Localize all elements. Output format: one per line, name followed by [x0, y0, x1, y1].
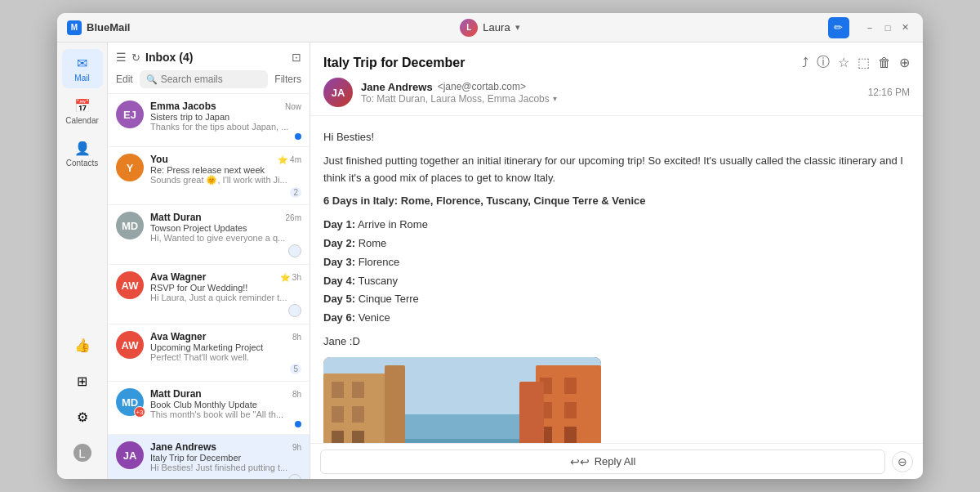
email-sender: You	[150, 154, 168, 165]
sidebar-item-mail[interactable]: ✉ Mail	[62, 49, 103, 88]
sidebar-item-contacts-label: Contacts	[66, 159, 98, 168]
search-icon: 🔍	[146, 74, 158, 85]
email-sender: Matt Duran	[150, 388, 202, 400]
email-image	[323, 357, 601, 443]
email-subject: Re: Press release next week	[150, 165, 301, 175]
email-body: Emma Jacobs Now Sisters trip to Japan Th…	[150, 101, 301, 140]
like-icon: 👍	[74, 338, 91, 353]
day-item: Day 3: Florence	[323, 254, 910, 271]
email-subject: RSVP for Our Wedding!!	[150, 283, 301, 293]
svg-rect-11	[385, 365, 405, 443]
email-time: 9h	[292, 443, 301, 452]
svg-rect-6	[352, 382, 364, 398]
info-icon[interactable]: ⓘ	[817, 54, 830, 71]
day-label: Day 2:	[323, 237, 355, 249]
day-place: Cinque Terre	[359, 293, 419, 305]
svg-rect-8	[352, 406, 364, 423]
avatar: MD	[116, 212, 144, 239]
list-item[interactable]: MD +3 Matt Duran 8h Book Club Monthly Up…	[108, 382, 310, 435]
layout-icon[interactable]: ⊡	[292, 51, 301, 64]
sidebar-item-contacts[interactable]: 👤 Contacts	[62, 134, 103, 173]
email-time: Now	[285, 102, 301, 111]
reply-all-button[interactable]: ↩↩ Reply All	[320, 450, 885, 474]
list-item[interactable]: EJ Emma Jacobs Now Sisters trip to Japan…	[108, 94, 310, 147]
sender-email: <jane@cortab.com>	[438, 81, 526, 92]
itinerary-title: 6 Days in Italy: Rome, Florence, Tuscany…	[323, 193, 910, 210]
count-badge: 5	[290, 364, 301, 374]
email-list-panel: ☰ ↻ Inbox (4) ⊡ Edit 🔍 Filters	[108, 42, 310, 479]
email-time: 8h	[292, 333, 301, 342]
sidebar-item-settings[interactable]: ⚙	[62, 400, 103, 433]
sender-info: Jane Andrews <jane@cortab.com> To: Matt …	[361, 81, 860, 105]
sidebar-item-like[interactable]: 👍	[62, 329, 103, 361]
svg-rect-7	[332, 406, 344, 423]
day-place: Arrive in Rome	[358, 218, 428, 230]
app-logo: M BlueMail	[67, 20, 349, 35]
list-item[interactable]: MD Matt Duran 26m Towson Project Updates…	[108, 205, 310, 265]
email-body: You ⭐ 4m Re: Press release next week Sou…	[150, 154, 301, 198]
email-list-header: ☰ ↻ Inbox (4) ⊡ Edit 🔍 Filters	[108, 42, 310, 94]
app-window: M BlueMail L Laura ▾ ✏ − □ ✕ ✉ Mail 📅	[57, 13, 923, 479]
email-preview: Hi Besties! Just finished putting t...	[150, 463, 301, 472]
main-content: ✉ Mail 📅 Calendar 👤 Contacts 👍 ⊞ ⚙	[57, 42, 923, 479]
reply-all-label: Reply All	[595, 455, 636, 467]
avatar-wrap: MD +3	[116, 388, 144, 416]
list-item[interactable]: JA Jane Andrews 9h Italy Trip for Decemb…	[108, 435, 310, 479]
email-body: Jane Andrews 9h Italy Trip for December …	[150, 441, 301, 479]
app-name: BlueMail	[87, 21, 130, 34]
email-subject: Upcoming Marketing Project	[150, 342, 301, 352]
day-item: Day 6: Venice	[323, 310, 910, 327]
hamburger-icon[interactable]: ☰	[116, 51, 127, 64]
titlebar: M BlueMail L Laura ▾ ✏ − □ ✕	[57, 13, 923, 42]
email-body: Ava Wagner 8h Upcoming Marketing Project…	[150, 331, 301, 374]
sidebar-item-profile[interactable]: L	[62, 436, 103, 469]
avatar: L	[460, 19, 478, 37]
star-icon[interactable]: ☆	[838, 55, 849, 70]
email-preview: This month's book will be "All th...	[150, 409, 301, 419]
list-item[interactable]: AW Ava Wagner ⭐ 3h RSVP for Our Wedding!…	[108, 265, 310, 324]
email-time: ⭐ 3h	[280, 273, 301, 282]
email-list: EJ Emma Jacobs Now Sisters trip to Japan…	[108, 94, 310, 479]
email-sender: Jane Andrews	[150, 441, 216, 453]
search-wrap[interactable]: 🔍	[140, 70, 269, 88]
search-input[interactable]	[161, 74, 262, 85]
share-icon[interactable]: ⤴	[802, 56, 808, 70]
refresh-icon[interactable]: ↻	[131, 51, 140, 64]
avatar: AW	[116, 271, 144, 299]
maximize-button[interactable]: □	[880, 20, 895, 35]
email-body: Matt Duran 8h Book Club Monthly Update T…	[150, 388, 301, 427]
close-button[interactable]: ✕	[898, 20, 913, 35]
table-icon: ⊞	[77, 373, 87, 389]
svg-rect-9	[332, 431, 344, 443]
email-time: 8h	[292, 390, 301, 399]
circle-badge	[288, 474, 301, 479]
delete-icon[interactable]: 🗑	[878, 56, 891, 70]
email-body: Matt Duran 26m Towson Project Updates Hi…	[150, 212, 301, 257]
edit-button[interactable]: Edit	[116, 74, 133, 85]
user-section[interactable]: L Laura ▾	[349, 19, 630, 37]
sidebar-item-calendar[interactable]: 📅 Calendar	[62, 92, 103, 131]
svg-rect-5	[332, 382, 344, 398]
day-place: Venice	[359, 311, 390, 324]
list-item[interactable]: AW Ava Wagner 8h Upcoming Marketing Proj…	[108, 324, 310, 382]
chevron-down-icon[interactable]: ▾	[553, 94, 557, 103]
titlebar-actions: ✏ − □ ✕	[631, 17, 913, 38]
compose-button[interactable]: ✏	[828, 17, 849, 38]
sidebar-item-mail-label: Mail	[74, 74, 89, 83]
archive-icon[interactable]: ⬚	[858, 55, 870, 70]
email-subject: Book Club Monthly Update	[150, 400, 301, 409]
filters-button[interactable]: Filters	[274, 74, 301, 85]
day-label: Day 1:	[323, 218, 355, 230]
list-item[interactable]: Y You ⭐ 4m Re: Press release next week S…	[108, 147, 310, 205]
email-preview: Perfect! That'll work well.	[150, 352, 301, 362]
day-label: Day 4:	[323, 275, 355, 287]
email-preview: Thanks for the tips about Japan, ...	[150, 122, 301, 132]
minimize-button[interactable]: −	[862, 20, 877, 35]
day-label: Day 5:	[323, 293, 355, 305]
reply-minus-button[interactable]: ⊖	[892, 451, 913, 472]
bluemail-icon: M	[67, 20, 82, 35]
more-icon[interactable]: ⊕	[899, 55, 910, 70]
svg-rect-14	[564, 378, 577, 394]
to-line-text: To: Matt Duran, Laura Moss, Emma Jacobs	[361, 93, 550, 105]
sidebar-item-table[interactable]: ⊞	[62, 365, 103, 397]
